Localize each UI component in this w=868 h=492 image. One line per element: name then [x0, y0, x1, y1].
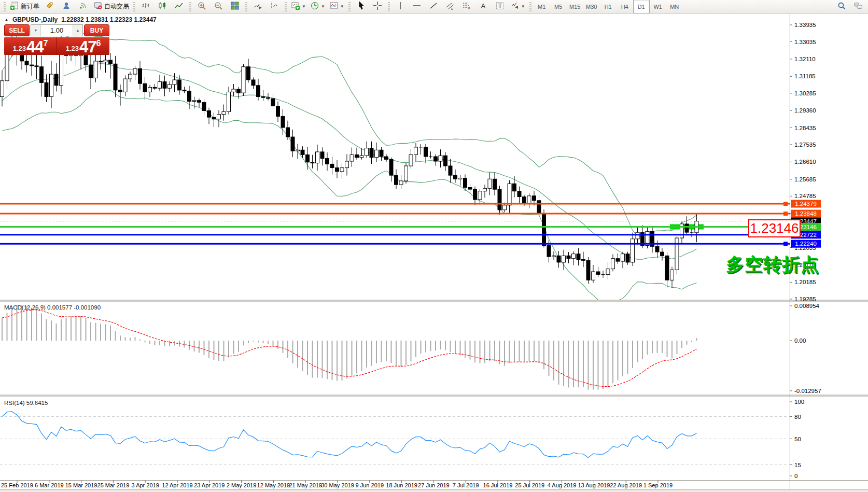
- new-chart-dropdown-icon[interactable]: ▼: [302, 4, 306, 9]
- svg-text:25 Jul 2019: 25 Jul 2019: [515, 482, 544, 488]
- toolbar-tf-MN-button[interactable]: MN: [666, 0, 683, 14]
- svg-text:21 May 2019: 21 May 2019: [289, 482, 322, 488]
- toolbar-tf-M15-button[interactable]: M15: [567, 0, 583, 14]
- toolbar-tf-M30-button[interactable]: M30: [583, 0, 600, 14]
- toolbar-tf-H1-button[interactable]: H1: [600, 0, 617, 14]
- volume-decrease-button[interactable]: ▼: [31, 25, 41, 36]
- arrows-icon: [510, 1, 520, 12]
- tf-D1-label: D1: [638, 4, 645, 10]
- toolbar-text-button[interactable]: A: [475, 1, 492, 13]
- chart-header: ▲ GBPUSD-,Daily 1.22832 1.23831 1.22323 …: [4, 16, 157, 23]
- svg-text:12 May 2019: 12 May 2019: [257, 482, 290, 488]
- toolbar-signals-button[interactable]: [75, 1, 91, 13]
- toolbar-candlestick-chart-button[interactable]: [154, 1, 171, 13]
- periods-dropdown-icon[interactable]: ▼: [321, 4, 325, 9]
- toolbar-trendline-button[interactable]: [425, 1, 442, 13]
- svg-text:1.31185: 1.31185: [794, 73, 816, 79]
- toolbar-grip[interactable]: [529, 2, 531, 11]
- price-callout-box[interactable]: 1.23146: [748, 219, 801, 237]
- ohlc-values: 1.22832 1.23831 1.22323 1.23447: [61, 16, 157, 23]
- tf-M30-label: M30: [586, 4, 597, 10]
- crosshair-icon: [373, 1, 382, 12]
- chart-shift-icon: [270, 1, 279, 12]
- tf-W1-label: W1: [653, 4, 662, 10]
- arrows-dropdown-icon[interactable]: ▼: [521, 4, 525, 9]
- toolbar-arrows-button[interactable]: ▼: [508, 1, 527, 13]
- toolbar-vertical-line-button[interactable]: [392, 1, 409, 13]
- svg-text:23 Apr 2019: 23 Apr 2019: [194, 482, 225, 488]
- toolbar-grip[interactable]: [4, 2, 6, 11]
- svg-text:1.24379: 1.24379: [795, 201, 817, 207]
- toolbar-tf-M5-button[interactable]: M5: [550, 0, 567, 14]
- toolbar-zoom-out-button[interactable]: [210, 1, 227, 13]
- svg-text:0: 0: [794, 473, 797, 479]
- sell-price-big: 44: [26, 40, 43, 54]
- svg-text:A: A: [481, 2, 485, 9]
- toolbar-cursor-button[interactable]: [353, 1, 369, 13]
- line-chart-icon: [174, 1, 184, 12]
- toolbar-auto-scroll-button[interactable]: [249, 1, 266, 13]
- toolbar-grip[interactable]: [285, 2, 287, 11]
- volume-value[interactable]: 1.00: [41, 25, 73, 36]
- svg-text:E: E: [451, 7, 453, 10]
- toolbar-templates-button[interactable]: ▼: [327, 1, 346, 13]
- svg-text:22 Aug 2019: 22 Aug 2019: [610, 482, 642, 488]
- svg-text:3 Apr 2019: 3 Apr 2019: [132, 482, 159, 488]
- toolbar-periods-button[interactable]: ▼: [308, 1, 327, 13]
- toolbar-new-order-button[interactable]: 新订单: [8, 1, 41, 13]
- toolbar-horizontal-line-button[interactable]: [409, 1, 425, 13]
- buy-button[interactable]: BUY: [84, 24, 109, 36]
- toolbar-fibonacci-button[interactable]: F: [458, 1, 475, 13]
- sell-price-display[interactable]: 1.23447: [4, 37, 57, 55]
- toolbar-tf-M1-button[interactable]: M1: [534, 0, 550, 14]
- svg-text:1.29360: 1.29360: [794, 107, 816, 114]
- toolbar-grip[interactable]: [388, 2, 390, 11]
- toolbar-chart-shift-button[interactable]: [266, 1, 283, 13]
- buy-price-display[interactable]: 1.23476: [57, 37, 109, 55]
- main-toolbar: 新订单自动交易▼▼▼EFAT▼M1M5M15M30H1H4D1W1MN: [0, 0, 868, 13]
- toolbar-auto-trading-button[interactable]: 自动交易: [91, 1, 131, 13]
- rsi-label: RSI(14) 59.6415: [4, 400, 48, 406]
- toolbar-equidistant-channel-button[interactable]: E: [442, 1, 458, 13]
- toolbar-grip[interactable]: [245, 2, 247, 11]
- svg-text:2 May 2019: 2 May 2019: [227, 482, 256, 488]
- svg-text:80: 80: [794, 414, 801, 420]
- svg-text:6 Mar 2019: 6 Mar 2019: [35, 482, 64, 488]
- svg-text:1.33035: 1.33035: [794, 39, 816, 45]
- toolbar-new-chart-button[interactable]: ▼: [289, 1, 308, 13]
- svg-text:9 Jun 2019: 9 Jun 2019: [356, 482, 384, 488]
- svg-text:T: T: [498, 3, 502, 9]
- macd-label: MACD(12,26,9) 0.001577 -0.001090: [4, 304, 101, 311]
- toolbar-crosshair-button[interactable]: [369, 1, 386, 13]
- tf-H4-label: H4: [621, 4, 628, 10]
- toolbar-grip[interactable]: [189, 2, 191, 11]
- sell-button[interactable]: SELL: [4, 24, 30, 36]
- toolbar-grip[interactable]: [133, 2, 135, 11]
- trendline-icon: [429, 1, 438, 12]
- toolbar-grip[interactable]: [348, 2, 351, 11]
- templates-dropdown-icon[interactable]: ▼: [340, 4, 344, 9]
- new-order-label: 新订单: [21, 2, 39, 11]
- toolbar-market-watch-button[interactable]: [41, 1, 58, 13]
- toolbar-tf-D1-button[interactable]: D1: [633, 0, 650, 14]
- price-chart-canvas[interactable]: 1.339351.330351.321101.311851.302851.293…: [0, 0, 868, 492]
- collapse-chart-icon[interactable]: ▲: [4, 17, 9, 22]
- toolbar-bar-chart-button[interactable]: [137, 1, 154, 13]
- trend-note-text[interactable]: 多空转折点: [726, 252, 819, 277]
- toolbar-search-button[interactable]: [833, 1, 850, 13]
- svg-text:1.25685: 1.25685: [794, 176, 816, 182]
- toolbar-community-button[interactable]: [58, 1, 75, 13]
- toolbar-tf-H4-button[interactable]: H4: [617, 0, 633, 14]
- toolbar-chat-button[interactable]: [850, 1, 866, 13]
- text-label-icon: T: [495, 1, 505, 12]
- tf-MN-label: MN: [670, 4, 679, 10]
- toolbar-text-label-button[interactable]: T: [492, 1, 508, 13]
- toolbar-zoom-in-button[interactable]: [193, 1, 210, 13]
- text-icon: A: [479, 1, 488, 12]
- new-chart-icon: [291, 1, 300, 12]
- toolbar-tile-windows-button[interactable]: [227, 1, 243, 13]
- svg-text:1.33935: 1.33935: [794, 22, 816, 28]
- toolbar-line-chart-button[interactable]: [171, 1, 187, 13]
- volume-increase-button[interactable]: ▲: [73, 25, 82, 36]
- toolbar-tf-W1-button[interactable]: W1: [650, 0, 666, 14]
